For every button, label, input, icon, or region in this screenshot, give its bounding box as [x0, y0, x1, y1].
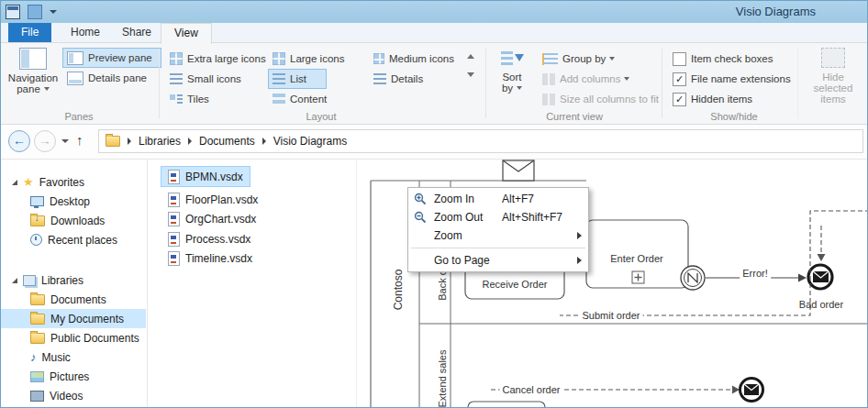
- tab-share[interactable]: Share: [109, 23, 164, 42]
- favorites-star-icon: ★: [23, 176, 34, 188]
- layout-small-icons[interactable]: Small icons: [166, 70, 245, 88]
- sidebar-item-my-documents[interactable]: My Documents: [1, 309, 146, 328]
- menu-item-zoom-in[interactable]: Zoom In Alt+F7: [408, 190, 588, 208]
- details-pane-button[interactable]: Details pane: [63, 69, 161, 87]
- sort-by-button[interactable]: Sort by: [491, 48, 533, 94]
- hide-selected-items-icon: [821, 48, 845, 68]
- file-item-floorplan[interactable]: FloorPlan.vsdx: [161, 190, 264, 209]
- desktop-icon: [30, 196, 44, 206]
- file-list: BPMN.vsdx FloorPlan.vsdx OrgChart.vsdx P…: [149, 160, 356, 407]
- size-all-columns-button[interactable]: Size all columns to fit: [539, 90, 662, 108]
- item-check-boxes-checkbox[interactable]: Item check boxes: [669, 50, 776, 68]
- tab-view[interactable]: View: [161, 23, 212, 44]
- layout-option-label: Large icons: [290, 53, 344, 64]
- sidebar-item-desktop[interactable]: Desktop: [1, 192, 146, 211]
- navigation-pane-label: Navigation: [8, 72, 58, 83]
- checkbox-checked: ✓: [673, 72, 686, 86]
- breadcrumb-libraries[interactable]: Libraries: [139, 135, 181, 148]
- music-note-icon: ♪: [30, 351, 37, 363]
- recent-locations-chevron-icon[interactable]: [61, 139, 69, 143]
- layout-tiles[interactable]: Tiles: [166, 90, 213, 108]
- current-view-group-label: Current view: [487, 111, 662, 122]
- hidden-items-label: Hidden items: [691, 94, 752, 105]
- back-button[interactable]: ←: [8, 130, 30, 152]
- breadcrumb[interactable]: Libraries Documents Visio Diagrams: [98, 129, 863, 153]
- layout-medium-icons[interactable]: Medium icons: [370, 50, 458, 68]
- address-bar: ← → ↑ Libraries Documents Visio Diagrams: [1, 125, 867, 160]
- layout-large-icons[interactable]: Large icons: [269, 50, 348, 68]
- sidebar-item-pictures[interactable]: Pictures: [1, 367, 146, 386]
- sidebar-label: Pictures: [50, 370, 89, 383]
- details-pane-icon: [67, 72, 83, 85]
- sort-by-label: Sort: [502, 72, 521, 83]
- file-item-process[interactable]: Process.vsdx: [161, 229, 257, 248]
- expander-icon[interactable]: [12, 278, 17, 283]
- subprocess-plus-icon: [632, 271, 644, 283]
- sidebar-item-documents[interactable]: Documents: [1, 290, 146, 309]
- medium-icons-icon: [373, 53, 384, 64]
- my-documents-folder-icon: [30, 314, 45, 325]
- file-name: Process.vsdx: [185, 233, 250, 246]
- file-name-extensions-checkbox[interactable]: ✓ File name extensions: [669, 70, 795, 88]
- sidebar-item-libraries[interactable]: Libraries: [1, 270, 146, 290]
- sidebar-item-public-documents[interactable]: Public Documents: [1, 328, 146, 347]
- layout-option-label: Small icons: [187, 73, 241, 84]
- add-columns-icon: [542, 73, 555, 85]
- context-menu: Zoom In Alt+F7 Zoom Out Alt+Shift+F7 Zoo…: [407, 187, 589, 272]
- layout-extra-large-icons[interactable]: Extra large icons: [166, 50, 270, 68]
- sort-by-icon: [500, 48, 524, 70]
- app-window-icon[interactable]: [6, 5, 20, 19]
- menu-item-go-to-page[interactable]: Go to Page: [408, 251, 588, 270]
- qat-customize-chevron-icon[interactable]: [50, 10, 57, 14]
- file-name-extensions-label: File name extensions: [691, 73, 791, 84]
- preview-pane-label: Preview pane: [88, 52, 152, 63]
- file-item-orgchart[interactable]: OrgChart.vsdx: [161, 209, 262, 228]
- breadcrumb-separator-icon: [262, 138, 266, 145]
- documents-folder-icon: [30, 294, 45, 305]
- layout-list[interactable]: List: [269, 70, 326, 88]
- explorer-window: Visio Diagrams File Home Share View Navi…: [0, 0, 868, 408]
- sidebar-item-downloads[interactable]: Downloads: [1, 211, 146, 230]
- sidebar-item-videos[interactable]: Videos: [1, 386, 146, 405]
- sidebar-label: Documents: [50, 293, 106, 306]
- gallery-scroll-up-icon[interactable]: [467, 54, 474, 59]
- group-by-button[interactable]: Group by: [539, 50, 618, 68]
- sidebar-label: My Documents: [50, 313, 124, 325]
- layout-details[interactable]: Details: [370, 70, 427, 88]
- group-divider: [662, 49, 662, 118]
- location-folder-icon: [106, 136, 120, 147]
- sidebar-label: Libraries: [41, 274, 83, 287]
- tab-file[interactable]: File: [8, 23, 51, 42]
- add-columns-button[interactable]: Add columns: [539, 70, 633, 88]
- tab-home[interactable]: Home: [58, 23, 113, 42]
- sidebar-item-recent-places[interactable]: Recent places: [1, 230, 146, 249]
- sidebar-item-music[interactable]: ♪ Music: [1, 347, 146, 367]
- breadcrumb-documents[interactable]: Documents: [199, 135, 255, 148]
- submenu-arrow-icon: [577, 257, 582, 264]
- breadcrumb-visio-diagrams[interactable]: Visio Diagrams: [273, 135, 347, 148]
- quick-access-icon[interactable]: [28, 5, 42, 19]
- preview-pane-button[interactable]: Preview pane: [63, 49, 161, 67]
- navigation-pane-icon: [19, 48, 47, 70]
- layout-group-label: Layout: [162, 111, 480, 122]
- breadcrumb-separator-icon: [188, 138, 192, 145]
- submenu-arrow-icon: [577, 232, 582, 239]
- file-item-timeline[interactable]: Timeline.vsdx: [161, 248, 259, 268]
- sidebar-label: Public Documents: [50, 332, 139, 345]
- sidebar-item-favorites[interactable]: ★ Favorites: [1, 172, 146, 192]
- up-button[interactable]: ↑: [76, 132, 83, 148]
- error-event-icon: [681, 266, 705, 290]
- expander-icon[interactable]: [12, 180, 17, 185]
- file-item-bpmn[interactable]: BPMN.vsdx: [161, 167, 250, 186]
- tiles-view-icon: [170, 93, 183, 105]
- layout-content[interactable]: Content: [269, 90, 330, 108]
- hidden-items-checkbox[interactable]: ✓ Hidden items: [669, 90, 756, 108]
- public-documents-folder-icon: [30, 333, 45, 344]
- hide-selected-items-button[interactable]: Hide selected items: [803, 48, 863, 105]
- gallery-scroll-down-icon[interactable]: [467, 72, 474, 77]
- forward-button[interactable]: →: [34, 130, 56, 152]
- menu-item-zoom-out[interactable]: Zoom Out Alt+Shift+F7: [408, 208, 588, 226]
- menu-item-zoom[interactable]: Zoom: [408, 226, 588, 245]
- navigation-pane-button[interactable]: Navigation pane: [6, 48, 60, 94]
- pool-label: Contoso: [392, 270, 405, 311]
